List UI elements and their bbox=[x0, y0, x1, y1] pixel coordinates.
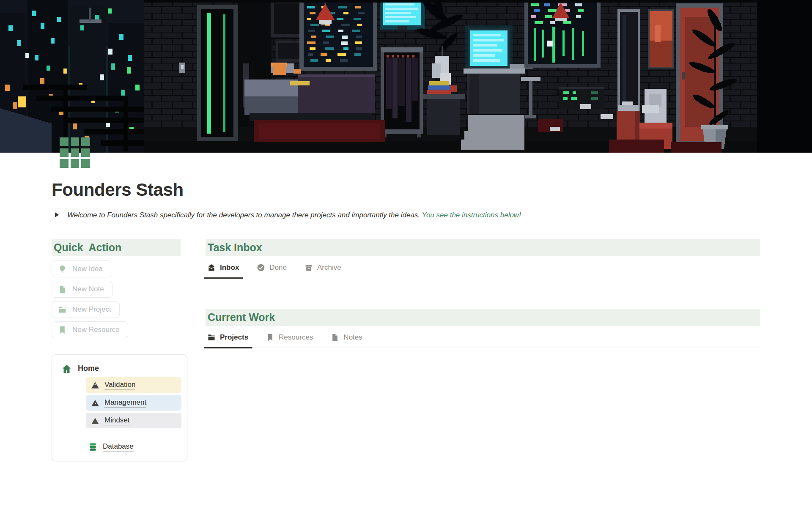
notion-page: Founders Stash Welcome to Founders Stash… bbox=[0, 0, 812, 507]
instructions-link[interactable]: You see the instructions below! bbox=[422, 211, 521, 219]
database-label: Database bbox=[103, 442, 134, 452]
nav-item-mindset[interactable]: Mindset bbox=[86, 413, 181, 428]
page-content: Founders Stash Welcome to Founders Stash… bbox=[0, 153, 812, 495]
new-idea-button[interactable]: New Idea bbox=[52, 260, 111, 277]
card-divider bbox=[86, 435, 181, 435]
database-icon bbox=[88, 442, 97, 452]
home-link[interactable]: Home bbox=[61, 364, 99, 374]
home-icon bbox=[61, 364, 72, 374]
navigation-items: Validation Management Mindset bbox=[86, 377, 181, 428]
bookmark-icon bbox=[266, 333, 274, 342]
navigation-card: Home Validation Management bbox=[52, 354, 187, 461]
mountain-icon bbox=[91, 381, 99, 389]
tab-done[interactable]: Done bbox=[256, 261, 288, 278]
folder-icon bbox=[207, 333, 216, 342]
inbox-icon bbox=[207, 263, 216, 272]
mountain-icon bbox=[91, 399, 99, 407]
current-work-tabs: Projects Resources Notes bbox=[206, 331, 760, 348]
page-title: Founders Stash bbox=[52, 180, 760, 200]
cover-art-svg bbox=[0, 0, 812, 153]
page-icon-grid[interactable] bbox=[60, 137, 90, 168]
left-column: Quick Action New Idea New Note New Proje… bbox=[52, 239, 187, 461]
welcome-text: Welcome to Founders Stash specifically f… bbox=[67, 210, 521, 220]
quick-action-buttons: New Idea New Note New Project New Resour… bbox=[52, 260, 187, 338]
note-icon bbox=[331, 333, 339, 342]
lightbulb-icon bbox=[58, 265, 67, 274]
new-note-button[interactable]: New Note bbox=[52, 281, 112, 298]
tab-inbox[interactable]: Inbox bbox=[206, 261, 240, 278]
tab-projects[interactable]: Projects bbox=[206, 331, 249, 348]
folder-icon bbox=[58, 305, 67, 314]
archive-icon bbox=[304, 263, 313, 272]
task-inbox-tabs: Inbox Done Archive bbox=[206, 261, 760, 278]
triangle-icon bbox=[91, 417, 99, 425]
home-label: Home bbox=[78, 364, 99, 374]
cover-image bbox=[0, 0, 812, 153]
quick-action-heading: Quick Action bbox=[52, 239, 181, 256]
database-link[interactable]: Database bbox=[88, 442, 134, 452]
bookmark-icon bbox=[58, 326, 67, 334]
new-resource-button[interactable]: New Resource bbox=[52, 321, 128, 338]
tab-notes[interactable]: Notes bbox=[330, 331, 363, 348]
toggle-arrow-icon[interactable] bbox=[55, 212, 59, 217]
task-inbox-heading: Task Inbox bbox=[206, 239, 760, 256]
tab-archive[interactable]: Archive bbox=[304, 261, 342, 278]
right-column: Task Inbox Inbox Done Archive bbox=[206, 239, 760, 348]
welcome-toggle-block: Welcome to Founders Stash specifically f… bbox=[52, 210, 760, 220]
check-circle-icon bbox=[257, 263, 265, 272]
nav-item-management[interactable]: Management bbox=[86, 395, 181, 411]
note-icon bbox=[58, 285, 67, 294]
two-column-layout: Quick Action New Idea New Note New Proje… bbox=[52, 239, 760, 461]
nav-item-validation[interactable]: Validation bbox=[86, 377, 181, 393]
tab-resources[interactable]: Resources bbox=[265, 331, 314, 348]
current-work-heading: Current Work bbox=[206, 309, 760, 326]
new-project-button[interactable]: New Project bbox=[52, 301, 120, 318]
